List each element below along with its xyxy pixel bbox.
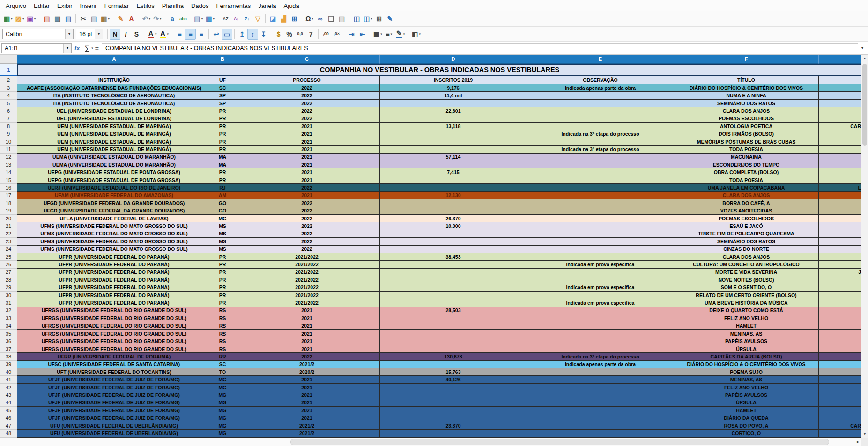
scroll-up-icon[interactable]: ▴: [861, 55, 868, 62]
cell-observacao[interactable]: [527, 192, 674, 199]
cell-uf[interactable]: PR: [211, 292, 234, 299]
cell-inscritos[interactable]: 22,601: [380, 107, 527, 115]
column-header-g[interactable]: [819, 55, 861, 64]
function-wizard-icon[interactable]: fx: [74, 44, 80, 51]
cell-inscritos[interactable]: [380, 269, 527, 276]
cell-uf[interactable]: MS: [211, 230, 234, 238]
cell-processo[interactable]: 2021/2: [234, 361, 380, 368]
cell-inscritos[interactable]: [380, 314, 527, 322]
cell-uf[interactable]: PR: [211, 115, 234, 123]
cell-g[interactable]: [819, 330, 861, 337]
cell-uf[interactable]: MG: [211, 391, 234, 399]
dropdown-caret-icon[interactable]: ▾: [391, 32, 393, 36]
row-header[interactable]: 2: [0, 76, 17, 84]
cell-titulo[interactable]: DIÁRIO DO HOSPÍCIO & CEMITÉRIO DOS VIVOS: [674, 84, 819, 92]
cell-g[interactable]: [819, 207, 861, 215]
cell-titulo[interactable]: CINZAS DO NORTE: [674, 246, 819, 253]
cell-g[interactable]: [819, 168, 861, 176]
cell-uf[interactable]: PR: [211, 284, 234, 292]
cell-titulo[interactable]: UMA JANELA EM COPACABANA: [674, 184, 819, 191]
cell-titulo[interactable]: CULTURA: UM CONCEITO ANTROPOLÓGICO: [674, 261, 819, 268]
dropdown-caret-icon[interactable]: ▾: [149, 17, 151, 21]
header-cell-g[interactable]: [819, 76, 861, 84]
cell-processo[interactable]: 2022: [234, 100, 380, 107]
cell-observacao[interactable]: Indicada apenas parte da obra: [527, 84, 674, 92]
row-header[interactable]: 4: [0, 92, 17, 99]
cell-titulo[interactable]: ESCONDERIJOS DO TEMPO: [674, 161, 819, 168]
row-header[interactable]: 6: [0, 107, 17, 115]
row-header[interactable]: 16: [0, 184, 17, 191]
cell-observacao[interactable]: [527, 215, 674, 222]
cell-observacao[interactable]: [527, 238, 674, 245]
row-header[interactable]: 25: [0, 253, 17, 261]
cell-inscritos[interactable]: [380, 246, 527, 253]
row-header[interactable]: 1: [0, 64, 17, 76]
menu-janela[interactable]: Janela: [254, 1, 280, 10]
column-header-e[interactable]: E: [527, 55, 674, 64]
cell-observacao[interactable]: [527, 368, 674, 376]
cell-inscritos[interactable]: 26.370: [380, 215, 527, 222]
cell-processo[interactable]: 2022: [234, 353, 380, 360]
cell-institution[interactable]: ITA (INSTITUTO TECNOLÓGICO DE AERONÁUTIC…: [17, 100, 211, 107]
cell-institution[interactable]: UFT (UNIVERSIDADE FEDERAL DO TOCANTINS): [17, 368, 211, 376]
cell-institution[interactable]: UEMA (UNIVERSIDADE ESTADUAL DO MARANHÃO): [17, 161, 211, 168]
cell-g[interactable]: [819, 322, 861, 330]
cell-institution[interactable]: UFMS (UNIVERSIDADE FEDERAL DO MATO GROSS…: [17, 246, 211, 253]
center-vertically-button[interactable]: ↨: [247, 29, 258, 40]
cell-observacao[interactable]: Indicada apenas parte da obra: [527, 361, 674, 368]
cell-processo[interactable]: 2021: [234, 376, 380, 383]
cell-processo[interactable]: 2021: [234, 414, 380, 422]
cell-processo[interactable]: 2021/2022: [234, 276, 380, 284]
row-header[interactable]: 44: [0, 399, 17, 407]
scroll-right-icon[interactable]: ▸: [857, 439, 859, 444]
cell-inscritos[interactable]: [380, 199, 527, 207]
merge-cells-button[interactable]: ▭: [222, 29, 232, 40]
cell-g[interactable]: [819, 276, 861, 284]
cell-processo[interactable]: 2021/2022: [234, 284, 380, 292]
cell-inscritos[interactable]: 13,118: [380, 123, 527, 130]
cell-uf[interactable]: GO: [211, 207, 234, 215]
conditional-formatting-button[interactable]: ◧▾: [410, 29, 422, 40]
border-color-button[interactable]: ✎▾: [394, 29, 407, 40]
format-number-button[interactable]: 0,0: [295, 29, 305, 40]
cell-g[interactable]: [819, 130, 861, 138]
autofilter-icon[interactable]: ▽: [252, 13, 263, 24]
cell-institution[interactable]: UFMS (UNIVERSIDADE FEDERAL DO MATO GROSS…: [17, 222, 211, 230]
cell-observacao[interactable]: Indicada em prova específica: [527, 284, 674, 292]
cell-institution[interactable]: UFPR (UNIVERSIDADE FEDERAL DO PARANÁ): [17, 299, 211, 307]
column-header-d[interactable]: D: [380, 55, 527, 64]
cell-g[interactable]: [819, 261, 861, 268]
row-header[interactable]: 26: [0, 261, 17, 268]
row-header[interactable]: 15: [0, 176, 17, 184]
export-pdf-icon[interactable]: ▤: [41, 13, 52, 24]
print-icon[interactable]: ▥: [52, 13, 63, 24]
cell-institution[interactable]: UEL (UNIVERSIDADE ESTADUAL DE LONDRINA): [17, 107, 211, 115]
cell-g[interactable]: [819, 154, 861, 161]
cell-processo[interactable]: 2021/2022: [234, 261, 380, 268]
row-header[interactable]: 14: [0, 168, 17, 176]
row-header[interactable]: 38: [0, 353, 17, 360]
cell-uf[interactable]: RS: [211, 307, 234, 314]
row-header[interactable]: 31: [0, 299, 17, 307]
cell-inscritos[interactable]: 38,453: [380, 253, 527, 261]
cell-g[interactable]: [819, 337, 861, 345]
menu-dados[interactable]: Dados: [187, 1, 213, 10]
cell-institution[interactable]: UFRGS (UNIVERSIDADE FEDERAL DO RIO GRAND…: [17, 337, 211, 345]
cell-observacao[interactable]: [527, 230, 674, 238]
cell-g[interactable]: [819, 368, 861, 376]
cell-institution[interactable]: UFPR (UNIVERSIDADE FEDERAL DO PARANÁ): [17, 261, 211, 268]
cell-institution[interactable]: UFRR (UNIVERSIDADE FEDERAL DE RORAIMA): [17, 353, 211, 360]
cell-uf[interactable]: PR: [211, 276, 234, 284]
cell-uf[interactable]: PR: [211, 299, 234, 307]
menu-inserir[interactable]: Inserir: [76, 1, 101, 10]
align-bottom-button[interactable]: ↧: [258, 29, 269, 40]
menu-formatar[interactable]: Formatar: [101, 1, 133, 10]
row-header[interactable]: 23: [0, 238, 17, 245]
cell-titulo[interactable]: ÚRSULA: [674, 399, 819, 407]
open-icon[interactable]: ▨▾: [14, 13, 26, 24]
cell-processo[interactable]: 2022: [234, 92, 380, 99]
cell-institution[interactable]: UFJF (UNIVERSIDADE FEDERAL DE JUIZ DE FO…: [17, 414, 211, 422]
cell-institution[interactable]: UFJF (UNIVERSIDADE FEDERAL DE JUIZ DE FO…: [17, 407, 211, 414]
cell-institution[interactable]: UFAM (UNIVERSIDADE FEDERAL DO AMAZONAS): [17, 192, 211, 199]
cell-uf[interactable]: MS: [211, 246, 234, 253]
